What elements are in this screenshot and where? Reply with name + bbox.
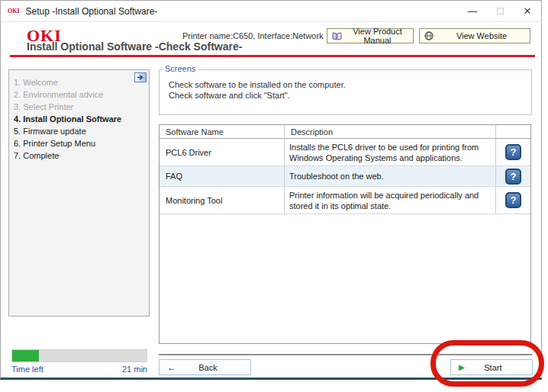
table-row-pcl6-driver[interactable]: PCL6 Driver Installs the PCL6 driver to … — [160, 139, 530, 166]
window-controls: — ✕ — [459, 1, 541, 21]
back-button-label: Back — [176, 363, 250, 372]
view-product-manual-label: View Product Manual — [342, 27, 413, 45]
software-name-cell: FAQ — [160, 166, 285, 186]
back-button[interactable]: ← Back — [159, 359, 251, 375]
sidebar-item-complete: 7. Complete — [14, 149, 144, 162]
setup-window: OKI Setup -Install Optional Software- — … — [0, 0, 542, 380]
sidebar-item-welcome: 1. Welcome — [14, 76, 144, 88]
arrow-right-icon — [137, 74, 144, 81]
time-left-progress-bar — [11, 349, 147, 362]
time-left-value: 21 min — [92, 365, 147, 374]
help-button-pcl6-driver[interactable]: ? — [505, 144, 521, 160]
globe-icon — [424, 31, 434, 40]
screens-group-label: Screens — [163, 64, 198, 73]
column-header-description: Description — [285, 125, 496, 138]
software-name-cell: Monitoring Tool — [160, 187, 285, 214]
sidebar-item-select-printer: 3. Select Printer — [14, 101, 144, 113]
description-cell: Printer information will be acquired per… — [285, 187, 496, 214]
page-title: Install Optional Software -Check Softwar… — [27, 40, 242, 53]
column-header-help — [496, 125, 530, 138]
view-product-manual-button[interactable]: View Product Manual — [327, 28, 414, 43]
view-website-button[interactable]: View Website — [419, 28, 530, 43]
description-cell: Troubleshoot on the web. — [285, 166, 496, 186]
table-row-faq[interactable]: FAQ Troubleshoot on the web. ? — [160, 166, 530, 187]
software-table: Software Name Description PCL6 Driver In… — [159, 124, 531, 344]
sidebar-item-printer-setup-menu: 6. Printer Setup Menu — [14, 137, 144, 149]
software-name-cell: PCL6 Driver — [160, 139, 285, 165]
instruction-line-1: Check software to be installed on the co… — [169, 79, 531, 90]
start-play-icon: ▶ — [459, 363, 465, 371]
close-button[interactable]: ✕ — [514, 1, 541, 21]
start-button-label: Start — [465, 363, 532, 372]
instruction-line-2: Check software and click "Start". — [169, 90, 531, 101]
minimize-icon: — — [468, 5, 478, 17]
description-cell: Installs the PCL6 driver to be used for … — [285, 139, 496, 165]
start-button[interactable]: ▶ Start — [450, 359, 533, 375]
help-button-faq[interactable]: ? — [505, 169, 521, 185]
book-icon — [332, 32, 342, 40]
minimize-button[interactable]: — — [459, 1, 486, 21]
sidebar-item-firmware-update: 5. Firmware update — [14, 125, 144, 137]
time-left-label: Time left — [11, 365, 44, 374]
question-mark-icon: ? — [511, 171, 517, 182]
maximize-button — [486, 1, 514, 21]
close-icon: ✕ — [524, 5, 532, 17]
sidebar-item-install-optional-software: 4. Install Optional Software — [14, 113, 144, 125]
window-title: Setup -Install Optional Software- — [26, 6, 158, 17]
printer-info-text: Printer name:C650, Interface:Network — [182, 31, 324, 40]
screenshot-stage: OKI Setup -Install Optional Software- — … — [0, 0, 548, 392]
steps-sidebar: 1. Welcome 2. Environmental advice 3. Se… — [8, 69, 150, 316]
question-mark-icon: ? — [511, 194, 517, 206]
view-website-label: View Website — [434, 31, 530, 40]
screens-groupbox: Screens Check software to be installed o… — [159, 69, 532, 115]
back-arrow-icon: ← — [167, 362, 176, 373]
footer-divider — [159, 354, 532, 355]
table-header-row: Software Name Description — [160, 125, 530, 139]
sidebar-next-button[interactable] — [134, 72, 147, 82]
question-mark-icon: ? — [511, 146, 517, 158]
title-bar: OKI Setup -Install Optional Software- — … — [1, 1, 541, 22]
table-row-monitoring-tool[interactable]: Monitoring Tool Printer information will… — [160, 187, 530, 214]
column-header-software-name: Software Name — [160, 125, 285, 138]
red-divider — [10, 55, 535, 57]
oki-app-icon: OKI — [8, 8, 20, 14]
sidebar-item-environmental-advice: 2. Environmental advice — [14, 88, 144, 101]
maximize-icon — [497, 8, 504, 14]
help-button-monitoring-tool[interactable]: ? — [505, 192, 521, 208]
progress-fill — [12, 350, 39, 361]
